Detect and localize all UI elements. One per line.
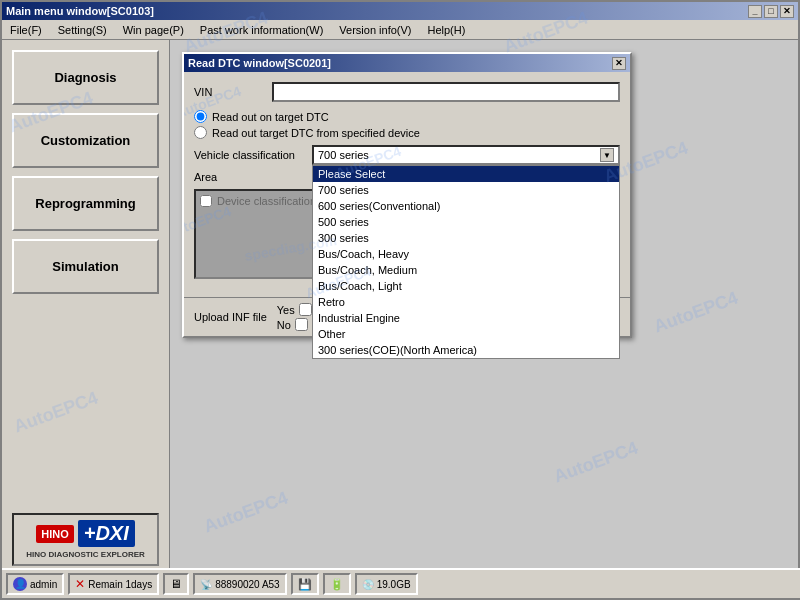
maximize-btn[interactable]: □ [764, 5, 778, 18]
option-500[interactable]: 500 series [313, 214, 619, 230]
vehicle-class-label: Vehicle classification [194, 149, 304, 161]
modal-title-text: Read DTC window[SC0201] [188, 57, 331, 69]
power-icon: 🔋 [330, 578, 344, 591]
menu-bar: File(F) Setting(S) Win page(P) Past work… [2, 20, 798, 40]
hino-logo: HINO +DXI HINO DIAGNOSTIC EXPLORER [12, 513, 159, 566]
option-600[interactable]: 600 series(Conventional) [313, 198, 619, 214]
taskbar: 👤 admin ✕ Remain 1days 🖥 📡 88890020 A53 … [2, 568, 800, 598]
radio-row-1: Read out on target DTC [194, 110, 620, 123]
option-industrial[interactable]: Industrial Engine [313, 310, 619, 326]
radio-label-1: Read out on target DTC [212, 111, 329, 123]
no-row: No [277, 318, 312, 331]
main-title-bar: Main menu window[SC0103] _ □ ✕ [2, 2, 798, 20]
taskbar-remain: ✕ Remain 1days [68, 573, 159, 595]
menu-version[interactable]: Version info(V) [331, 22, 419, 38]
btn-reprogramming[interactable]: Reprogramming [12, 176, 159, 231]
btn-diagnosis[interactable]: Diagnosis [12, 50, 159, 105]
option-bus-light[interactable]: Bus/Coach, Light [313, 278, 619, 294]
yes-checkbox[interactable] [299, 303, 312, 316]
menu-file[interactable]: File(F) [2, 22, 50, 38]
radio-label-2: Read out target DTC from specified devic… [212, 127, 420, 139]
yes-row: Yes [277, 303, 312, 316]
vin-row: VIN [194, 82, 620, 102]
option-700[interactable]: 700 series [313, 182, 619, 198]
option-bus-heavy[interactable]: Bus/Coach, Heavy [313, 246, 619, 262]
option-retro[interactable]: Retro [313, 294, 619, 310]
device-icon: 📡 [200, 579, 212, 590]
radio-group: Read out on target DTC Read out target D… [194, 110, 620, 139]
device-label: Device classification [217, 195, 316, 207]
disk-icon: 💾 [298, 578, 312, 591]
taskbar-device: 📡 88890020 A53 [193, 573, 287, 595]
device-checkbox[interactable] [200, 195, 212, 207]
modal-body: VIN Read out on target DTC Read out targ… [184, 72, 630, 297]
hino-dxi-badge: +DXI [78, 520, 135, 547]
remain-text: Remain 1days [88, 579, 152, 590]
main-title-text: Main menu window[SC0103] [6, 5, 154, 17]
minimize-btn[interactable]: _ [748, 5, 762, 18]
option-other[interactable]: Other [313, 326, 619, 342]
radio-target-dtc[interactable] [194, 110, 207, 123]
menu-pastwork[interactable]: Past work information(W) [192, 22, 331, 38]
radio-row-2: Read out target DTC from specified devic… [194, 126, 620, 139]
modal-read-dtc: Read DTC window[SC0201] ✕ VIN Read out o… [182, 52, 632, 338]
hino-subtitle: HINO DIAGNOSTIC EXPLORER [26, 550, 145, 559]
upload-label: Upload INF file [194, 311, 267, 323]
dropdown-current-value: 700 series [318, 149, 369, 161]
radio-specified-device[interactable] [194, 126, 207, 139]
no-label: No [277, 319, 291, 331]
option-bus-medium[interactable]: Bus/Coach, Medium [313, 262, 619, 278]
hino-brand: HINO [36, 525, 74, 543]
dropdown-selected-value[interactable]: 700 series ▼ [312, 145, 620, 165]
main-window: Main menu window[SC0103] _ □ ✕ File(F) S… [0, 0, 800, 600]
taskbar-user: 👤 admin [6, 573, 64, 595]
modal-title-bar: Read DTC window[SC0201] ✕ [184, 54, 630, 72]
user-name: admin [30, 579, 57, 590]
device-id-text: 88890020 A53 [215, 579, 280, 590]
area-label: Area [194, 171, 304, 183]
btn-simulation[interactable]: Simulation [12, 239, 159, 294]
menu-winpage[interactable]: Win page(P) [115, 22, 192, 38]
sidebar: Diagnosis Customization Reprogramming Si… [2, 40, 170, 576]
option-please-select[interactable]: Please Select [313, 166, 619, 182]
user-icon: 👤 [13, 577, 27, 591]
hdd-icon: 💿 [362, 579, 374, 590]
disk-space: 19.0GB [377, 579, 411, 590]
menu-help[interactable]: Help(H) [419, 22, 473, 38]
btn-customization[interactable]: Customization [12, 113, 159, 168]
no-checkbox[interactable] [295, 318, 308, 331]
vin-input[interactable] [272, 82, 620, 102]
taskbar-power: 🔋 [323, 573, 351, 595]
option-300-coe[interactable]: 300 series(COE)(North America) [313, 342, 619, 358]
menu-setting[interactable]: Setting(S) [50, 22, 115, 38]
warning-icon: ✕ [75, 577, 85, 591]
option-300[interactable]: 300 series [313, 230, 619, 246]
close-btn-main[interactable]: ✕ [780, 5, 794, 18]
taskbar-pc: 🖥 [163, 573, 189, 595]
computer-icon: 🖥 [170, 577, 182, 591]
dropdown-list: Please Select 700 series 600 series(Conv… [312, 165, 620, 359]
vehicle-class-row: Vehicle classification 700 series ▼ Plea… [194, 145, 620, 165]
title-bar-buttons: _ □ ✕ [748, 5, 794, 18]
yes-no-checkboxes: Yes No [277, 303, 312, 331]
vehicle-dropdown[interactable]: 700 series ▼ Please Select 700 series 60… [312, 145, 620, 165]
modal-close-title-btn[interactable]: ✕ [612, 57, 626, 70]
yes-label: Yes [277, 304, 295, 316]
dropdown-arrow-icon: ▼ [600, 148, 614, 162]
taskbar-disk: 💾 [291, 573, 319, 595]
vin-label: VIN [194, 86, 264, 98]
taskbar-diskspace: 💿 19.0GB [355, 573, 418, 595]
